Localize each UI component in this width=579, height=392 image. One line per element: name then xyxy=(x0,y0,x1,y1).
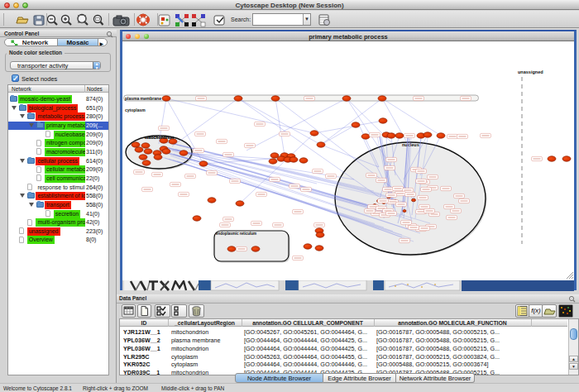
svg-text:cytoplasm: cytoplasm xyxy=(125,108,146,112)
svg-text:endoplasmic reticulum: endoplasmic reticulum xyxy=(216,232,256,236)
svg-text:plasma membrane: plasma membrane xyxy=(125,96,161,101)
svg-text:mitochondrion: mitochondrion xyxy=(145,135,174,140)
svg-text:unassigned: unassigned xyxy=(518,69,543,74)
